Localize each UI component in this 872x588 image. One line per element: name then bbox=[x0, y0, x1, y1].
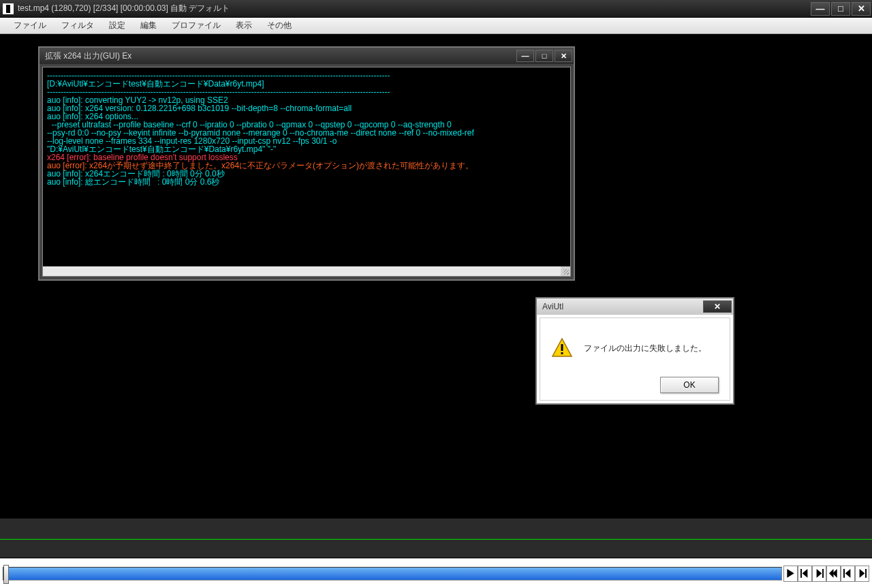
seek-bar[interactable] bbox=[3, 567, 782, 581]
console-resize-grip[interactable] bbox=[561, 266, 570, 276]
console-titlebar[interactable]: 拡張 x264 出力(GUI) Ex — □ ✕ bbox=[40, 48, 574, 64]
svg-rect-4 bbox=[822, 569, 824, 578]
main-window-title: test.mp4 (1280,720) [2/334] [00:00:00.03… bbox=[18, 3, 811, 14]
console-body: ----------------------------------------… bbox=[42, 67, 571, 277]
close-button[interactable]: ✕ bbox=[852, 2, 871, 16]
warning-icon bbox=[551, 337, 573, 359]
console-close-button[interactable]: ✕ bbox=[555, 50, 572, 62]
dialog-title: AviUtl bbox=[542, 302, 703, 311]
dialog-close-button[interactable]: ✕ bbox=[703, 300, 732, 313]
svg-marker-9 bbox=[860, 569, 865, 578]
dialog-titlebar[interactable]: AviUtl ✕ bbox=[537, 298, 733, 315]
console-h-scrollbar[interactable] bbox=[43, 266, 561, 276]
minimize-button[interactable]: — bbox=[811, 2, 830, 16]
step-forward-button[interactable] bbox=[812, 566, 826, 582]
svg-rect-12 bbox=[561, 344, 563, 351]
console-maximize-button[interactable]: □ bbox=[535, 50, 553, 62]
seek-fill bbox=[3, 568, 781, 580]
svg-marker-6 bbox=[829, 569, 834, 578]
menu-view[interactable]: 表示 bbox=[229, 18, 259, 33]
console-text[interactable]: ----------------------------------------… bbox=[47, 72, 566, 186]
play-button[interactable] bbox=[783, 566, 798, 582]
menu-file[interactable]: ファイル bbox=[7, 18, 53, 33]
maximize-button[interactable]: □ bbox=[831, 2, 850, 16]
console-line-time2: auo [info]: 総エンコード時間 : 0時間 0分 0.6秒 bbox=[47, 177, 219, 187]
dialog-body: ファイルの出力に失敗しました。 OK bbox=[537, 315, 733, 403]
step-back-button[interactable] bbox=[798, 566, 812, 582]
main-window-buttons: — □ ✕ bbox=[811, 2, 872, 16]
menu-filter[interactable]: フィルタ bbox=[54, 18, 101, 33]
dialog-content: ファイルの出力に失敗しました。 OK bbox=[540, 318, 730, 401]
timeline-marker-line bbox=[0, 539, 872, 540]
menubar: ファイル フィルタ 設定 編集 プロファイル 表示 その他 bbox=[0, 18, 872, 34]
bottom-controls bbox=[0, 558, 872, 588]
menu-profile[interactable]: プロファイル bbox=[165, 18, 228, 33]
app-icon bbox=[3, 3, 14, 14]
svg-rect-7 bbox=[843, 569, 845, 578]
console-minimize-button[interactable]: — bbox=[516, 50, 534, 62]
ok-button[interactable]: OK bbox=[660, 377, 719, 393]
svg-marker-0 bbox=[787, 569, 794, 578]
svg-marker-3 bbox=[817, 569, 822, 578]
timeline-strip[interactable] bbox=[0, 518, 872, 557]
prev-keyframe-button[interactable] bbox=[826, 566, 841, 582]
goto-end-button[interactable] bbox=[855, 566, 869, 582]
console-title: 拡張 x264 出力(GUI) Ex bbox=[45, 50, 516, 62]
dialog-button-row: OK bbox=[551, 377, 719, 393]
error-dialog[interactable]: AviUtl ✕ ファイルの出力に失敗しました。 OK bbox=[535, 297, 734, 405]
svg-rect-2 bbox=[800, 569, 802, 578]
svg-marker-8 bbox=[845, 569, 851, 578]
dialog-message: ファイルの出力に失敗しました。 bbox=[584, 343, 706, 354]
goto-start-button[interactable] bbox=[841, 566, 855, 582]
svg-rect-13 bbox=[561, 352, 563, 354]
menu-edit[interactable]: 編集 bbox=[134, 18, 164, 33]
playback-buttons bbox=[783, 566, 869, 582]
seek-thumb[interactable] bbox=[3, 565, 9, 584]
svg-marker-1 bbox=[803, 569, 808, 578]
console-window[interactable]: 拡張 x264 出力(GUI) Ex — □ ✕ ---------------… bbox=[38, 46, 575, 281]
main-window-titlebar[interactable]: test.mp4 (1280,720) [2/334] [00:00:00.03… bbox=[0, 0, 872, 18]
dialog-message-row: ファイルの出力に失敗しました。 bbox=[551, 337, 719, 359]
menu-settings[interactable]: 設定 bbox=[102, 18, 132, 33]
menu-other[interactable]: その他 bbox=[260, 18, 298, 33]
console-window-buttons: — □ ✕ bbox=[516, 50, 574, 62]
svg-rect-10 bbox=[865, 569, 867, 578]
